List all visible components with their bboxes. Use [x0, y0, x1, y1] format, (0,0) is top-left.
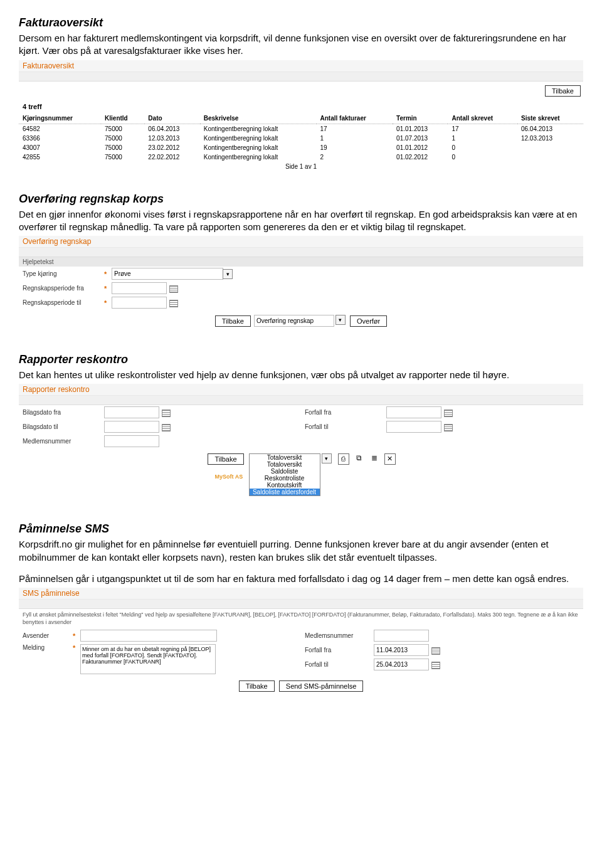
panel-fakturaoversikt: Fakturaoversikt Tilbake 4 treff Kjørings… — [19, 60, 583, 171]
text-sms-2: Påminnelsen går i utgangspunktet ut til … — [19, 573, 583, 585]
overfor-button[interactable]: Overfør — [350, 315, 387, 327]
panel-rapporter: Rapporter reskontro Bilagsdato fra Bilag… — [19, 384, 583, 501]
label-periode-til: Regnskapsperiode til — [23, 299, 104, 306]
panel-subbar — [19, 600, 583, 609]
panel-subbar — [19, 248, 583, 257]
label-bilagsdato-til: Bilagsdato til — [23, 423, 104, 430]
hits-label: 4 treff — [19, 100, 583, 113]
pager: Side 1 av 1 — [19, 162, 583, 171]
label-forfall-til: Forfall til — [305, 661, 374, 668]
calendar-icon[interactable] — [162, 408, 171, 417]
heading-sms: Påminnelse SMS — [19, 522, 583, 536]
calendar-icon[interactable] — [444, 408, 453, 417]
back-button[interactable]: Tilbake — [215, 315, 251, 327]
close-icon[interactable]: ✕ — [384, 453, 396, 465]
table-header: Antall fakturaer — [317, 113, 393, 124]
dropdown-arrow-icon[interactable]: ▾ — [335, 315, 346, 325]
periode-fra-input[interactable] — [112, 282, 167, 294]
table-header: Termin — [393, 113, 448, 124]
report-option[interactable]: Saldoliste — [250, 468, 320, 475]
report-option[interactable]: Totaloversikt — [250, 461, 320, 468]
text-overforing: Det en gjør innenfor økonomi vises først… — [19, 208, 583, 234]
table-header: Beskrivelse — [200, 113, 317, 124]
report-option[interactable]: Kontoutskrift — [250, 482, 320, 489]
report-dropdown[interactable]: TotaloversiktTotaloversiktSaldolisteResk… — [249, 453, 320, 496]
calendar-icon[interactable] — [444, 423, 453, 431]
type-kjoring-input[interactable] — [112, 268, 223, 280]
brand-label: MySoft AS — [215, 474, 243, 480]
table-header: Siste skrevet — [517, 113, 583, 124]
excel-icon[interactable]: ⧉ — [354, 453, 364, 463]
send-sms-button[interactable]: Send SMS-påminnelse — [279, 680, 364, 692]
forfall-til-input[interactable] — [374, 659, 429, 670]
medlemsnummer-input[interactable] — [104, 435, 159, 447]
list-icon[interactable] — [369, 453, 379, 463]
dropdown-arrow-icon[interactable]: ▾ — [322, 453, 332, 463]
panel-title: Fakturaoversikt — [19, 60, 583, 72]
panel-title: Overføring regnskap — [19, 236, 583, 248]
calendar-icon[interactable] — [431, 660, 440, 669]
label-melding: Melding — [23, 644, 73, 651]
heading-rapporter: Rapporter reskontro — [19, 353, 583, 366]
label-medlemsnummer: Medlemsnummer — [305, 632, 374, 639]
medlemsnummer-input[interactable] — [374, 630, 429, 642]
back-button[interactable]: Tilbake — [208, 453, 243, 465]
overforing-select[interactable] — [254, 315, 334, 327]
table-header: Antall skrevet — [448, 113, 517, 124]
avsender-input[interactable] — [80, 630, 217, 642]
sms-instructions: Fyll ut ønsket påminnelsestekst i feltet… — [19, 609, 583, 628]
panel-title: SMS påminnelse — [19, 588, 583, 600]
table-row: 430077500023.02.2012Kontingentberegning … — [19, 143, 583, 152]
forfall-fra-input[interactable] — [374, 644, 429, 656]
panel-overforing: Overføring regnskap Hjelpetekst Type kjø… — [19, 236, 583, 332]
periode-til-input[interactable] — [112, 297, 167, 309]
label-avsender: Avsender — [23, 632, 73, 639]
table-header: Kjøringsnummer — [19, 113, 101, 124]
report-option[interactable]: Totaloversikt — [250, 454, 320, 461]
calendar-icon[interactable] — [162, 423, 171, 431]
dropdown-arrow-icon[interactable]: ▾ — [223, 269, 233, 279]
label-medlemsnummer: Medlemsnummer — [23, 438, 104, 445]
text-rapporter: Det kan hentes ut ulike reskontrolister … — [19, 369, 583, 381]
text-fakturaoversikt: Dersom en har fakturert medlemskontingen… — [19, 32, 583, 58]
table-header: KlientId — [101, 113, 144, 124]
heading-fakturaoversikt: Fakturaoversikt — [19, 16, 583, 29]
table-row: 428557500022.02.2012Kontingentberegning … — [19, 152, 583, 162]
melding-textarea[interactable] — [80, 644, 216, 674]
forfall-til-input[interactable] — [386, 421, 441, 433]
back-button[interactable]: Tilbake — [545, 85, 581, 97]
help-label: Hjelpetekst — [19, 257, 583, 267]
calendar-icon[interactable] — [169, 284, 178, 293]
table-row: 645827500006.04.2013Kontingentberegning … — [19, 124, 583, 134]
panel-sms: SMS påminnelse Fyll ut ønsket påminnelse… — [19, 588, 583, 697]
calendar-icon[interactable] — [169, 299, 178, 307]
back-button[interactable]: Tilbake — [239, 680, 275, 692]
invoice-table: KjøringsnummerKlientIdDatoBeskrivelseAnt… — [19, 113, 583, 162]
bilagsdato-til-input[interactable] — [104, 421, 159, 433]
label-forfall-fra: Forfall fra — [305, 647, 374, 654]
forfall-fra-input[interactable] — [386, 406, 441, 418]
label-type-kjoring: Type kjøring — [23, 270, 104, 277]
table-row: 633667500012.03.2013Kontingentberegning … — [19, 134, 583, 143]
panel-title: Rapporter reskontro — [19, 384, 583, 396]
table-header: Dato — [144, 113, 199, 124]
pdf-icon[interactable]: ⎙ — [338, 453, 349, 465]
report-option[interactable]: Reskontroliste — [250, 475, 320, 482]
text-sms-1: Korpsdrift.no gir mulighet for en påminn… — [19, 538, 583, 564]
panel-subbar — [19, 72, 583, 82]
panel-subbar — [19, 396, 583, 405]
label-periode-fra: Regnskapsperiode fra — [23, 285, 104, 292]
report-option[interactable]: Saldoliste aldersfordelt — [250, 489, 320, 495]
label-forfall-fra: Forfall fra — [305, 409, 386, 416]
label-bilagsdato-fra: Bilagsdato fra — [23, 409, 104, 416]
heading-overforing: Overføring regnskap korps — [19, 193, 583, 206]
calendar-icon[interactable] — [431, 646, 440, 655]
bilagsdato-fra-input[interactable] — [104, 406, 159, 418]
label-forfall-til: Forfall til — [305, 423, 386, 430]
